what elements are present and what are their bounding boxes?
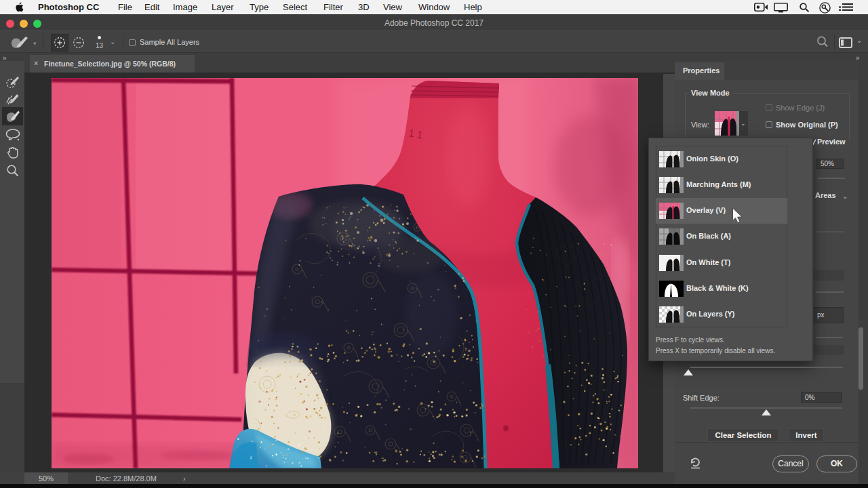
svg-text:1 1: 1 1 [408,127,423,140]
